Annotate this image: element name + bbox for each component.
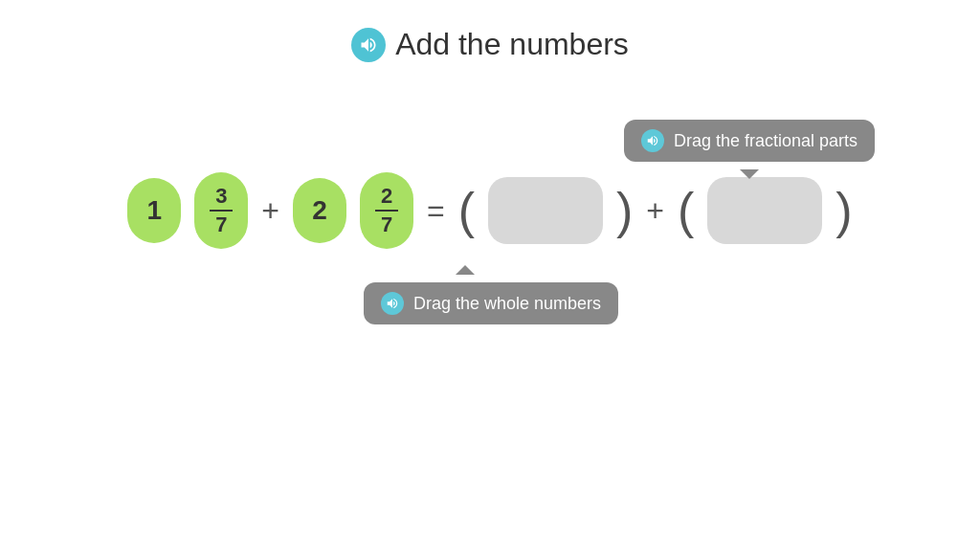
drop-zone-whole[interactable] bbox=[488, 177, 603, 244]
fraction-2-display: 2 7 bbox=[375, 185, 398, 236]
open-paren-1: ( bbox=[458, 186, 475, 235]
page-header: Add the numbers bbox=[0, 0, 980, 62]
close-paren-2: ) bbox=[835, 186, 852, 235]
plus-operator-2: + bbox=[646, 193, 664, 229]
fraction-1[interactable]: 3 7 bbox=[194, 172, 248, 249]
tooltip-volume-icon-1 bbox=[646, 134, 659, 147]
tooltip-volume-icon-2 bbox=[386, 297, 399, 310]
tooltip-sound-icon-whole[interactable] bbox=[381, 292, 404, 315]
title-sound-icon[interactable] bbox=[351, 28, 386, 62]
equals-operator: = bbox=[427, 193, 445, 229]
whole-number-1[interactable]: 1 bbox=[127, 178, 181, 243]
whole-number-2[interactable]: 2 bbox=[293, 178, 346, 243]
tooltip-whole: Drag the whole numbers bbox=[364, 282, 618, 324]
fraction-line-2 bbox=[375, 210, 398, 212]
tooltip-fractional: Drag the fractional parts bbox=[624, 120, 875, 162]
close-paren-1: ) bbox=[616, 186, 633, 235]
fraction-1-display: 3 7 bbox=[210, 185, 233, 236]
plus-operator-1: + bbox=[261, 193, 279, 229]
tooltip-fractional-text: Drag the fractional parts bbox=[674, 131, 858, 151]
tooltip-sound-icon-fractional[interactable] bbox=[641, 129, 664, 152]
page-title: Add the numbers bbox=[395, 27, 629, 62]
open-paren-2: ( bbox=[678, 186, 694, 235]
equation-area: 1 3 7 + 2 2 7 = ( ) + ( ) bbox=[0, 172, 980, 249]
tooltip-whole-text: Drag the whole numbers bbox=[413, 294, 601, 314]
fraction-line-1 bbox=[210, 210, 233, 212]
drop-zone-fraction[interactable] bbox=[707, 177, 822, 244]
fraction-2[interactable]: 2 7 bbox=[360, 172, 413, 249]
volume-icon bbox=[359, 35, 378, 55]
